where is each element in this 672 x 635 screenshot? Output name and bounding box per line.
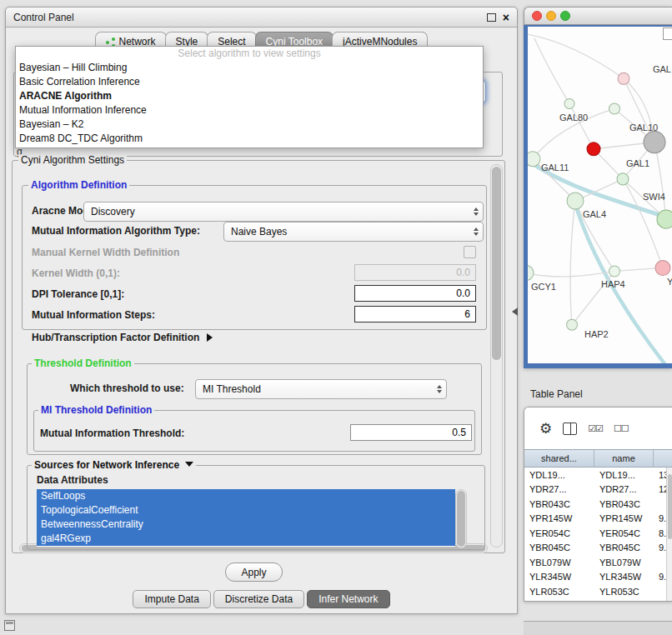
table-scrollbar[interactable] (666, 468, 672, 601)
table-row[interactable]: YLR053CYLR053C (524, 584, 672, 599)
dpi-tolerance-label: DPI Tolerance [0,1]: (32, 288, 124, 300)
node-label: SWI4 (643, 192, 665, 202)
network-node-gal4[interactable] (567, 192, 584, 209)
network-canvas[interactable]: GAL80GAL10GAL11GAL1SWI4GAL4HAP4GCY1YHAP2… (528, 27, 672, 363)
deselect-all-checkboxes-icon[interactable]: ☐☐ (614, 424, 629, 433)
node-label: GAL (653, 64, 671, 74)
table-cell: YLR345W (524, 572, 594, 582)
table-cell: YLR053C (524, 587, 594, 597)
algorithm-option[interactable]: ARACNE Algorithm (16, 89, 483, 103)
network-node[interactable] (618, 72, 629, 84)
column-header[interactable]: shared... (524, 450, 594, 467)
mi-type-value: Naive Bayes (231, 226, 469, 238)
threshold-definition-title: Threshold Definition (32, 358, 134, 369)
scrollbar-thumb[interactable] (457, 491, 465, 547)
network-node-gal1[interactable] (617, 173, 629, 185)
network-view-frame: GAL80GAL10GAL11GAL1SWI4GAL4HAP4GCY1YHAP2… (524, 25, 672, 368)
bottom-tab-impute-data[interactable]: Impute Data (133, 590, 210, 608)
table-row[interactable]: YDR27...YDR27...12 (524, 482, 672, 498)
popup-header: Select algorithm to view settings (16, 47, 483, 61)
zoom-traffic-light[interactable] (560, 11, 570, 21)
bottom-tab-discretize-data[interactable]: Discretize Data (213, 590, 304, 608)
network-node-gal11[interactable] (528, 152, 540, 167)
mi-threshold-label: Mutual Information Threshold: (40, 428, 184, 439)
control-panel-titlebar[interactable]: Control Panel × (6, 8, 517, 28)
network-node[interactable] (609, 103, 620, 114)
columns-icon[interactable] (563, 422, 577, 435)
network-node-gal10[interactable] (644, 132, 665, 153)
float-window-icon[interactable] (487, 13, 496, 22)
algorithm-option[interactable]: Mutual Information Inference (16, 103, 483, 118)
table-cell: YBL079W (594, 558, 654, 568)
network-node-hap2[interactable] (567, 319, 578, 330)
attribute-list[interactable]: SelfLoopsTopologicalCoefficientBetweenne… (37, 489, 455, 547)
select-all-checkboxes-icon[interactable]: ☑☑ (588, 424, 603, 433)
combo-stepper-icon (469, 228, 483, 236)
network-edge (528, 151, 671, 218)
table-cell: YBR043C (594, 499, 654, 509)
network-node-hap4[interactable] (609, 266, 620, 277)
table-cell: YBR045C (524, 542, 594, 552)
table-row[interactable]: YBR045CYBR045C9. (524, 541, 672, 556)
network-node-swi4[interactable] (657, 210, 672, 228)
mi-type-combo[interactable]: Naive Bayes (223, 222, 484, 242)
network-node[interactable] (587, 142, 600, 156)
network-view-window: GAL80GAL10GAL11GAL1SWI4GAL4HAP4GCY1YHAP2… (524, 7, 672, 368)
table-toolbar: ⚙ ☑☑ ☐☐ (524, 408, 672, 449)
aracne-mode-combo[interactable]: Discovery (83, 202, 484, 222)
close-traffic-light[interactable] (532, 11, 542, 21)
scrollbar-thumb[interactable] (492, 167, 501, 360)
column-header[interactable]: name (594, 450, 654, 467)
algorithm-option[interactable]: Dream8 DC_TDC Algorithm (16, 132, 483, 146)
which-threshold-combo[interactable]: MI Threshold (195, 379, 447, 399)
hub-definition-toggle[interactable]: Hub/Transcription Factor Definition (32, 332, 213, 343)
algorithm-dropdown-popup: Select algorithm to view settings Bayesi… (15, 46, 484, 148)
node-label: GAL10 (629, 122, 658, 132)
table-row[interactable]: YBL079WYBL079W (524, 555, 672, 570)
algorithm-option[interactable]: Bayesian – Hill Climbing (16, 61, 483, 75)
scrollbar-thumb[interactable] (668, 474, 672, 539)
mi-steps-field[interactable]: 6 (354, 306, 476, 322)
network-edge (570, 201, 575, 325)
table-row[interactable]: YER054CYER054C8. (524, 526, 672, 541)
network-edge (654, 142, 666, 219)
dpi-tolerance-field[interactable]: 0.0 (354, 285, 476, 302)
bottom-tab-infer-network[interactable]: Infer Network (307, 590, 389, 608)
network-tab-icon (106, 38, 115, 47)
algorithm-option[interactable]: Bayesian – K2 (16, 118, 483, 132)
node-label: GAL80 (559, 112, 588, 122)
minimized-panel-icon[interactable] (4, 620, 15, 631)
attribute-item[interactable]: gal4RGexp (37, 532, 455, 546)
table-row[interactable]: YPR145WYPR145W9. (524, 512, 672, 527)
table-row[interactable]: YBR043CYBR043C (524, 497, 672, 512)
network-node-y[interactable] (655, 260, 670, 275)
minimize-traffic-light[interactable] (546, 11, 556, 21)
table-row[interactable]: YLR345WYLR345W9. (524, 570, 672, 585)
table-cell: YBR043C (524, 499, 594, 509)
node-label: HAP2 (584, 329, 609, 339)
manual-kernel-checkbox[interactable] (464, 246, 476, 258)
attribute-item[interactable]: SelfLoops (37, 489, 455, 503)
close-window-icon[interactable]: × (503, 12, 509, 23)
mi-threshold-field[interactable]: 0.5 (350, 424, 472, 441)
algorithm-definition-title: Algorithm Definition (28, 179, 129, 191)
network-node-gal80[interactable] (564, 98, 574, 108)
column-header[interactable] (654, 450, 672, 467)
table-cell: YDL19... (524, 470, 594, 480)
gear-icon[interactable]: ⚙ (539, 422, 552, 436)
network-scroll-corner[interactable] (663, 28, 672, 40)
attribute-item[interactable]: TopologicalCoefficient (37, 503, 455, 518)
network-edge (528, 271, 614, 277)
network-window-titlebar[interactable] (524, 7, 672, 25)
apply-button[interactable]: Apply (225, 562, 283, 582)
attribute-item[interactable]: BetweennessCentrality (37, 518, 455, 532)
mi-type-label: Mutual Information Algorithm Type: (32, 225, 200, 237)
attribute-list-scrollbar[interactable] (455, 489, 467, 548)
algorithm-option[interactable]: Basic Correlation Inference (16, 75, 483, 89)
table-cell: YBL079W (524, 558, 594, 568)
settings-vertical-scrollbar[interactable] (490, 164, 503, 548)
sources-toggle[interactable]: Sources for Network Inference (32, 459, 196, 471)
network-node-gcy1[interactable] (528, 265, 534, 280)
table-row[interactable]: YDL19...YDL19...13 (524, 468, 672, 482)
panel-splitter-arrow[interactable] (512, 308, 518, 316)
